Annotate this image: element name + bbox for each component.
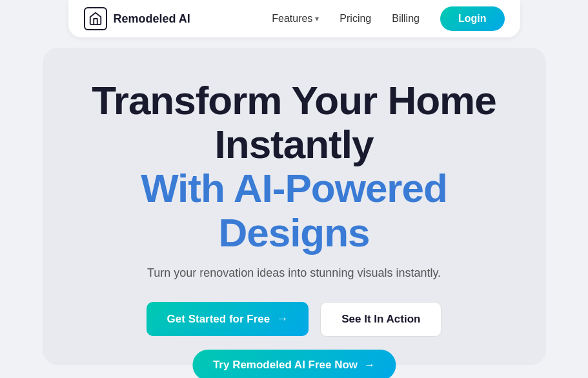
hero-title-blue: With AI-Powered Designs <box>92 166 496 254</box>
get-started-button[interactable]: Get Started for Free → <box>147 302 309 336</box>
hero-subtitle: Turn your renovation ideas into stunning… <box>147 266 441 280</box>
arrow-icon: → <box>276 312 288 326</box>
hero-title: Transform Your Home Instantly With AI-Po… <box>92 79 496 266</box>
logo-text: Remodeled AI <box>114 12 190 26</box>
bottom-cta-button[interactable]: Try Remodeled AI Free Now → <box>192 350 396 378</box>
nav-features[interactable]: Features ▾ <box>272 13 319 25</box>
bottom-arrow-icon: → <box>364 359 375 372</box>
hero-section: Transform Your Home Instantly With AI-Po… <box>43 48 546 365</box>
nav-billing[interactable]: Billing <box>392 13 420 25</box>
hero-title-line1: Transform Your Home <box>92 79 496 123</box>
logo-area: Remodeled AI <box>84 7 190 30</box>
hero-buttons: Get Started for Free → See It In Action <box>147 302 442 337</box>
navbar: Remodeled AI Features ▾ Pricing Billing … <box>68 0 520 37</box>
see-in-action-button[interactable]: See It In Action <box>320 302 441 337</box>
logo-icon <box>84 7 107 30</box>
hero-title-line2: Instantly <box>92 123 496 166</box>
login-button[interactable]: Login <box>440 6 505 31</box>
chevron-down-icon: ▾ <box>315 14 319 23</box>
nav-links: Features ▾ Pricing Billing Login <box>272 6 504 31</box>
nav-pricing[interactable]: Pricing <box>340 13 371 25</box>
